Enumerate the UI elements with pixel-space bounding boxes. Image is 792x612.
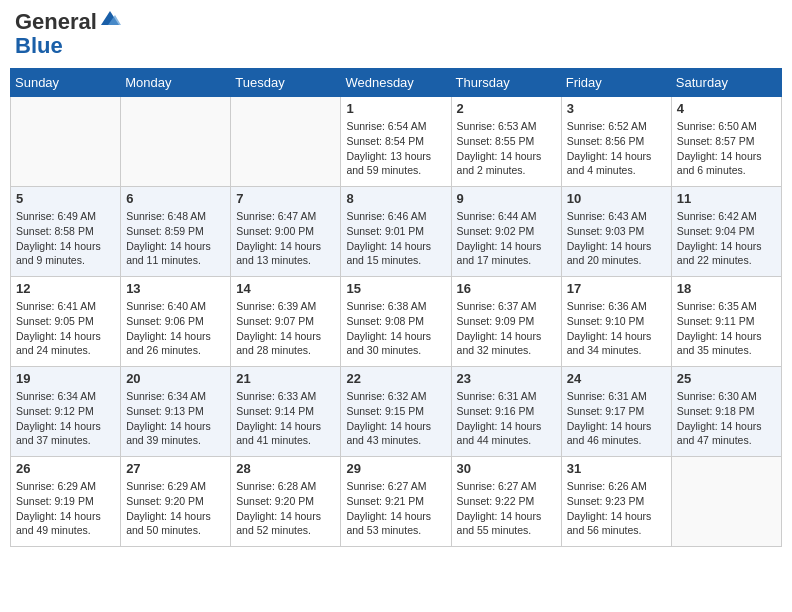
calendar-day: 19Sunrise: 6:34 AM Sunset: 9:12 PM Dayli… bbox=[11, 367, 121, 457]
calendar-day: 5Sunrise: 6:49 AM Sunset: 8:58 PM Daylig… bbox=[11, 187, 121, 277]
day-number: 6 bbox=[126, 191, 225, 206]
day-number: 2 bbox=[457, 101, 556, 116]
calendar-day: 9Sunrise: 6:44 AM Sunset: 9:02 PM Daylig… bbox=[451, 187, 561, 277]
day-number: 17 bbox=[567, 281, 666, 296]
calendar-day: 3Sunrise: 6:52 AM Sunset: 8:56 PM Daylig… bbox=[561, 97, 671, 187]
day-number: 20 bbox=[126, 371, 225, 386]
calendar-header-friday: Friday bbox=[561, 69, 671, 97]
logo: General Blue bbox=[15, 10, 121, 58]
day-info: Sunrise: 6:27 AM Sunset: 9:21 PM Dayligh… bbox=[346, 479, 445, 538]
calendar-day: 4Sunrise: 6:50 AM Sunset: 8:57 PM Daylig… bbox=[671, 97, 781, 187]
day-info: Sunrise: 6:27 AM Sunset: 9:22 PM Dayligh… bbox=[457, 479, 556, 538]
calendar-day: 2Sunrise: 6:53 AM Sunset: 8:55 PM Daylig… bbox=[451, 97, 561, 187]
day-number: 19 bbox=[16, 371, 115, 386]
day-number: 24 bbox=[567, 371, 666, 386]
calendar-header-sunday: Sunday bbox=[11, 69, 121, 97]
logo-blue-text: Blue bbox=[15, 33, 63, 58]
calendar-table: SundayMondayTuesdayWednesdayThursdayFrid… bbox=[10, 68, 782, 547]
calendar-day: 20Sunrise: 6:34 AM Sunset: 9:13 PM Dayli… bbox=[121, 367, 231, 457]
day-info: Sunrise: 6:47 AM Sunset: 9:00 PM Dayligh… bbox=[236, 209, 335, 268]
calendar-day: 8Sunrise: 6:46 AM Sunset: 9:01 PM Daylig… bbox=[341, 187, 451, 277]
day-number: 21 bbox=[236, 371, 335, 386]
calendar-day bbox=[231, 97, 341, 187]
day-info: Sunrise: 6:28 AM Sunset: 9:20 PM Dayligh… bbox=[236, 479, 335, 538]
day-number: 29 bbox=[346, 461, 445, 476]
day-info: Sunrise: 6:44 AM Sunset: 9:02 PM Dayligh… bbox=[457, 209, 556, 268]
calendar-day bbox=[121, 97, 231, 187]
day-number: 15 bbox=[346, 281, 445, 296]
day-info: Sunrise: 6:37 AM Sunset: 9:09 PM Dayligh… bbox=[457, 299, 556, 358]
logo-general-text: General bbox=[15, 9, 97, 34]
day-number: 14 bbox=[236, 281, 335, 296]
day-number: 10 bbox=[567, 191, 666, 206]
day-info: Sunrise: 6:41 AM Sunset: 9:05 PM Dayligh… bbox=[16, 299, 115, 358]
calendar-day: 16Sunrise: 6:37 AM Sunset: 9:09 PM Dayli… bbox=[451, 277, 561, 367]
day-info: Sunrise: 6:31 AM Sunset: 9:16 PM Dayligh… bbox=[457, 389, 556, 448]
calendar-day bbox=[671, 457, 781, 547]
calendar-day: 10Sunrise: 6:43 AM Sunset: 9:03 PM Dayli… bbox=[561, 187, 671, 277]
calendar-day: 18Sunrise: 6:35 AM Sunset: 9:11 PM Dayli… bbox=[671, 277, 781, 367]
page-header: General Blue bbox=[10, 10, 782, 58]
day-info: Sunrise: 6:29 AM Sunset: 9:20 PM Dayligh… bbox=[126, 479, 225, 538]
day-number: 30 bbox=[457, 461, 556, 476]
day-info: Sunrise: 6:40 AM Sunset: 9:06 PM Dayligh… bbox=[126, 299, 225, 358]
calendar-week-row: 26Sunrise: 6:29 AM Sunset: 9:19 PM Dayli… bbox=[11, 457, 782, 547]
day-info: Sunrise: 6:33 AM Sunset: 9:14 PM Dayligh… bbox=[236, 389, 335, 448]
calendar-day: 6Sunrise: 6:48 AM Sunset: 8:59 PM Daylig… bbox=[121, 187, 231, 277]
calendar-header-monday: Monday bbox=[121, 69, 231, 97]
calendar-day: 22Sunrise: 6:32 AM Sunset: 9:15 PM Dayli… bbox=[341, 367, 451, 457]
day-number: 22 bbox=[346, 371, 445, 386]
calendar-day: 14Sunrise: 6:39 AM Sunset: 9:07 PM Dayli… bbox=[231, 277, 341, 367]
day-info: Sunrise: 6:38 AM Sunset: 9:08 PM Dayligh… bbox=[346, 299, 445, 358]
day-number: 5 bbox=[16, 191, 115, 206]
day-info: Sunrise: 6:31 AM Sunset: 9:17 PM Dayligh… bbox=[567, 389, 666, 448]
calendar-header-thursday: Thursday bbox=[451, 69, 561, 97]
day-info: Sunrise: 6:34 AM Sunset: 9:12 PM Dayligh… bbox=[16, 389, 115, 448]
day-number: 1 bbox=[346, 101, 445, 116]
calendar-day bbox=[11, 97, 121, 187]
day-info: Sunrise: 6:48 AM Sunset: 8:59 PM Dayligh… bbox=[126, 209, 225, 268]
day-info: Sunrise: 6:52 AM Sunset: 8:56 PM Dayligh… bbox=[567, 119, 666, 178]
day-number: 28 bbox=[236, 461, 335, 476]
day-number: 8 bbox=[346, 191, 445, 206]
day-info: Sunrise: 6:26 AM Sunset: 9:23 PM Dayligh… bbox=[567, 479, 666, 538]
day-number: 3 bbox=[567, 101, 666, 116]
calendar-week-row: 5Sunrise: 6:49 AM Sunset: 8:58 PM Daylig… bbox=[11, 187, 782, 277]
day-number: 7 bbox=[236, 191, 335, 206]
day-info: Sunrise: 6:50 AM Sunset: 8:57 PM Dayligh… bbox=[677, 119, 776, 178]
calendar-day: 23Sunrise: 6:31 AM Sunset: 9:16 PM Dayli… bbox=[451, 367, 561, 457]
day-info: Sunrise: 6:46 AM Sunset: 9:01 PM Dayligh… bbox=[346, 209, 445, 268]
calendar-header-row: SundayMondayTuesdayWednesdayThursdayFrid… bbox=[11, 69, 782, 97]
day-info: Sunrise: 6:32 AM Sunset: 9:15 PM Dayligh… bbox=[346, 389, 445, 448]
day-number: 27 bbox=[126, 461, 225, 476]
day-info: Sunrise: 6:34 AM Sunset: 9:13 PM Dayligh… bbox=[126, 389, 225, 448]
calendar-day: 1Sunrise: 6:54 AM Sunset: 8:54 PM Daylig… bbox=[341, 97, 451, 187]
day-info: Sunrise: 6:35 AM Sunset: 9:11 PM Dayligh… bbox=[677, 299, 776, 358]
calendar-day: 12Sunrise: 6:41 AM Sunset: 9:05 PM Dayli… bbox=[11, 277, 121, 367]
calendar-day: 30Sunrise: 6:27 AM Sunset: 9:22 PM Dayli… bbox=[451, 457, 561, 547]
day-info: Sunrise: 6:54 AM Sunset: 8:54 PM Dayligh… bbox=[346, 119, 445, 178]
calendar-header-tuesday: Tuesday bbox=[231, 69, 341, 97]
calendar-week-row: 19Sunrise: 6:34 AM Sunset: 9:12 PM Dayli… bbox=[11, 367, 782, 457]
calendar-day: 26Sunrise: 6:29 AM Sunset: 9:19 PM Dayli… bbox=[11, 457, 121, 547]
day-number: 4 bbox=[677, 101, 776, 116]
day-number: 12 bbox=[16, 281, 115, 296]
calendar-day: 25Sunrise: 6:30 AM Sunset: 9:18 PM Dayli… bbox=[671, 367, 781, 457]
day-number: 31 bbox=[567, 461, 666, 476]
calendar-day: 24Sunrise: 6:31 AM Sunset: 9:17 PM Dayli… bbox=[561, 367, 671, 457]
calendar-day: 21Sunrise: 6:33 AM Sunset: 9:14 PM Dayli… bbox=[231, 367, 341, 457]
calendar-day: 13Sunrise: 6:40 AM Sunset: 9:06 PM Dayli… bbox=[121, 277, 231, 367]
calendar-week-row: 1Sunrise: 6:54 AM Sunset: 8:54 PM Daylig… bbox=[11, 97, 782, 187]
day-number: 11 bbox=[677, 191, 776, 206]
calendar-day: 15Sunrise: 6:38 AM Sunset: 9:08 PM Dayli… bbox=[341, 277, 451, 367]
day-number: 13 bbox=[126, 281, 225, 296]
calendar-day: 28Sunrise: 6:28 AM Sunset: 9:20 PM Dayli… bbox=[231, 457, 341, 547]
calendar-day: 17Sunrise: 6:36 AM Sunset: 9:10 PM Dayli… bbox=[561, 277, 671, 367]
day-number: 16 bbox=[457, 281, 556, 296]
calendar-day: 27Sunrise: 6:29 AM Sunset: 9:20 PM Dayli… bbox=[121, 457, 231, 547]
logo-icon bbox=[99, 7, 121, 29]
calendar-day: 29Sunrise: 6:27 AM Sunset: 9:21 PM Dayli… bbox=[341, 457, 451, 547]
day-info: Sunrise: 6:36 AM Sunset: 9:10 PM Dayligh… bbox=[567, 299, 666, 358]
calendar-header-wednesday: Wednesday bbox=[341, 69, 451, 97]
day-number: 9 bbox=[457, 191, 556, 206]
